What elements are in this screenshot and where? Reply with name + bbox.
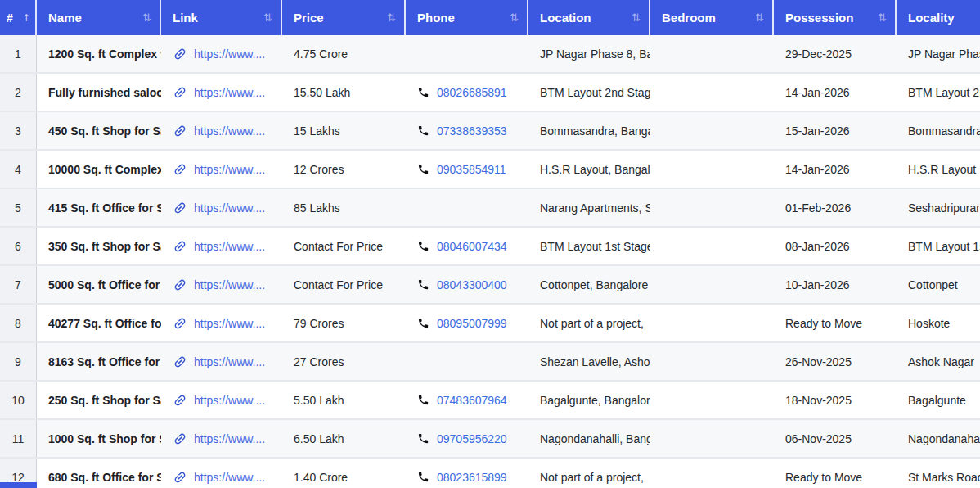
cell-locality: St Marks Road (897, 459, 980, 488)
listing-url[interactable]: https://www.... (194, 86, 265, 99)
link-icon (169, 120, 190, 141)
cell-price: 85 Lakhs (282, 189, 406, 226)
price-text: 15.50 Lakh (294, 86, 350, 99)
name-text: 1200 Sq. ft Complex fo (48, 47, 161, 61)
location-text: Nagondanahalli, Bang (540, 432, 650, 445)
listing-url[interactable]: https://www.... (194, 278, 265, 291)
location-text: Bagalgunte, Bangalore (540, 394, 650, 407)
column-header-possession[interactable]: Possession⇅ (774, 0, 897, 35)
listing-url[interactable]: https://www.... (194, 163, 265, 176)
cell-index: 9 (0, 343, 37, 380)
cell-possession: Ready to Move (774, 459, 897, 488)
cell-index: 3 (0, 112, 37, 149)
cell-possession: 06-Nov-2025 (774, 420, 897, 457)
cell-link[interactable]: https://www.... (161, 343, 282, 380)
listing-url[interactable]: https://www.... (194, 201, 265, 215)
phone-number[interactable]: 08043300400 (437, 278, 507, 291)
phone-number[interactable]: 09705956220 (437, 432, 507, 445)
column-header-index[interactable]: #↑ (0, 0, 37, 35)
cell-locality: BTM Layout 1s (897, 228, 980, 264)
table-row: 410000 Sq. ft Complexhttps://www....12 C… (0, 151, 980, 189)
column-label: Price (294, 11, 324, 25)
index-text: 9 (15, 355, 21, 368)
column-label: Phone (417, 11, 455, 25)
possession-text: Ready to Move (785, 471, 862, 484)
listing-url[interactable]: https://www.... (194, 240, 265, 253)
table-body: 11200 Sq. ft Complex fohttps://www....4.… (0, 35, 980, 488)
table-row: 2Fully furnished saloonhttps://www....15… (0, 74, 980, 112)
cell-phone: 08095007999 (406, 305, 528, 341)
possession-text: 14-Jan-2026 (785, 163, 850, 176)
cell-link[interactable]: https://www.... (161, 382, 282, 418)
cell-link[interactable]: https://www.... (161, 74, 282, 111)
locality-text: Ashok Nagar (908, 355, 974, 368)
listing-url[interactable]: https://www.... (194, 432, 265, 445)
link-icon (169, 467, 190, 487)
phone-number[interactable]: 09035854911 (437, 163, 506, 176)
cell-link[interactable]: https://www.... (161, 112, 282, 149)
index-text: 5 (15, 201, 21, 215)
price-text: Contact For Price (294, 240, 383, 253)
cell-link[interactable]: https://www.... (161, 420, 282, 457)
listing-url[interactable]: https://www.... (194, 317, 265, 330)
index-text: 2 (15, 86, 21, 99)
cell-index: 4 (0, 151, 37, 188)
index-text: 6 (15, 240, 21, 253)
column-header-bedroom[interactable]: Bedroom⇅ (650, 0, 774, 35)
cell-link[interactable]: https://www.... (161, 266, 282, 303)
cell-phone (406, 35, 528, 72)
table-row: 11200 Sq. ft Complex fohttps://www....4.… (0, 35, 980, 74)
phone-number[interactable]: 07483607964 (437, 394, 507, 407)
column-header-phone[interactable]: Phone⇅ (406, 0, 528, 35)
column-header-price[interactable]: Price⇅ (282, 0, 406, 35)
name-text: 350 Sq. ft Shop for Sa (48, 240, 161, 253)
column-header-link[interactable]: Link⇅ (161, 0, 282, 35)
column-header-location[interactable]: Location⇅ (528, 0, 650, 35)
phone-icon (417, 278, 429, 291)
listing-url[interactable]: https://www.... (194, 394, 265, 407)
cell-location: H.S.R Layout, Bangalo (528, 151, 650, 188)
table-header-row: #↑Name⇅Link⇅Price⇅Phone⇅Location⇅Bedroom… (0, 0, 980, 35)
listing-url[interactable]: https://www.... (194, 355, 265, 368)
index-text: 10 (11, 394, 25, 407)
phone-number[interactable]: 08095007999 (437, 317, 507, 330)
location-text: JP Nagar Phase 8, Ban (540, 47, 650, 61)
cell-name: 5000 Sq. ft Office for S (37, 266, 161, 303)
locality-text: JP Nagar Phase (908, 47, 980, 61)
cell-link[interactable]: https://www.... (161, 189, 282, 226)
locality-text: Cottonpet (908, 278, 958, 291)
listing-url[interactable]: https://www.... (194, 47, 265, 61)
cell-link[interactable]: https://www.... (161, 151, 282, 188)
column-label: Link (173, 11, 198, 25)
listing-url[interactable]: https://www.... (194, 471, 265, 484)
link-icon (169, 351, 190, 372)
cell-location: BTM Layout 1st Stage, (528, 228, 650, 264)
name-text: 250 Sq. ft Shop for Sa (48, 394, 161, 407)
cell-link[interactable]: https://www.... (161, 35, 282, 72)
listing-url[interactable]: https://www.... (194, 124, 265, 138)
name-text: 1000 Sq. ft Shop for Sa (48, 432, 161, 445)
location-text: Cottonpet, Bangalore (540, 278, 648, 291)
locality-text: Nagondanahalli (908, 432, 980, 445)
cell-location: BTM Layout 2nd Stage (528, 74, 650, 111)
cell-location: Narang Apartments, S (528, 189, 650, 226)
price-text: 1.40 Crore (294, 471, 348, 484)
bottom-scroll-strip (0, 482, 37, 488)
cell-price: 4.75 Crore (282, 35, 406, 72)
column-header-name[interactable]: Name⇅ (37, 0, 161, 35)
location-text: Not part of a project, (540, 471, 644, 484)
cell-link[interactable]: https://www.... (161, 459, 282, 488)
phone-number[interactable]: 08023615899 (437, 471, 507, 484)
cell-price: 27 Crores (282, 343, 406, 380)
cell-link[interactable]: https://www.... (161, 228, 282, 264)
price-text: 79 Crores (294, 317, 344, 330)
phone-number[interactable]: 08046007434 (437, 240, 507, 253)
cell-bedroom (650, 343, 774, 380)
cell-phone: 08026685891 (406, 74, 528, 111)
phone-number[interactable]: 08026685891 (437, 86, 507, 99)
phone-number[interactable]: 07338639353 (437, 124, 507, 138)
cell-price: Contact For Price (282, 266, 406, 303)
column-header-locality[interactable]: Locality (897, 0, 980, 35)
cell-bedroom (650, 382, 774, 418)
cell-link[interactable]: https://www.... (161, 305, 282, 341)
